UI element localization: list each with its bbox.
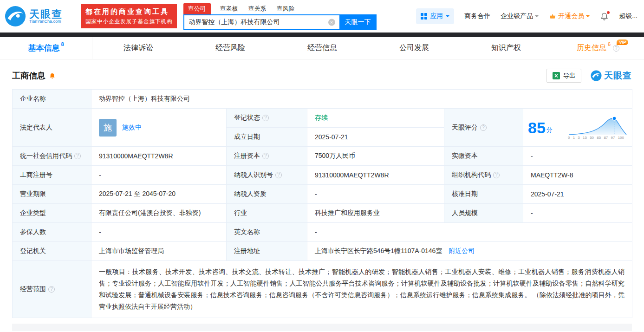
apps-label: 应用 <box>430 12 443 20</box>
legal-rep-link[interactable]: 施效中 <box>122 124 142 132</box>
vip-badge-icon: VIP <box>617 39 628 45</box>
watermark-brand: 天眼查 <box>604 70 632 82</box>
notification-bell-icon[interactable] <box>600 12 609 21</box>
brand-domain: TianYanCha.com <box>29 20 63 24</box>
field-label: 天眼评分 <box>444 109 523 147</box>
company-header-strip <box>0 33 644 37</box>
help-icon[interactable] <box>480 124 487 131</box>
monitor-bell-icon[interactable] <box>49 72 56 79</box>
help-icon[interactable] <box>262 115 269 121</box>
page-bottom-strip <box>12 324 632 331</box>
field-label: 登记机关 <box>13 242 91 261</box>
tianyan-score-cell: 85 分 <box>523 109 632 147</box>
tab-operating-risk[interactable]: 经营风险 <box>184 37 276 59</box>
field-label: 统一社会信用代码 <box>13 147 91 166</box>
table-row: 工商注册号 - 纳税人识别号 91310000MAEQTT2W8R 组织机构代码… <box>13 166 632 185</box>
field-label: 注册地址 <box>227 242 307 261</box>
business-info-table: 企业名称 动界智控（上海）科技有限公司 法定代表人 施 施效中 登记状态 存续 … <box>12 89 632 318</box>
legal-rep-cell: 施 施效中 <box>91 109 227 147</box>
tianyancha-logo[interactable]: 天眼查 TianYanCha.com <box>5 6 63 27</box>
tab-history-info[interactable]: VIP 历史信息 6 <box>552 37 644 59</box>
tab-legal-proceedings[interactable]: 法律诉讼 <box>92 37 184 59</box>
establish-date-value: 2025-07-21 <box>307 128 444 147</box>
chevron-down-icon <box>586 15 590 19</box>
brand-name: 天眼查 <box>29 9 63 20</box>
nearby-companies-link[interactable]: 附近公司 <box>449 247 475 254</box>
score-curve-chart: 0 1 3 15 50 85 87 97 100 <box>568 115 627 140</box>
field-label-text: 注册资本 <box>234 152 260 160</box>
legal-rep-avatar[interactable]: 施 <box>99 119 117 137</box>
field-label: 注册资本 <box>227 147 307 166</box>
search-button[interactable]: 天眼一下 <box>339 14 377 30</box>
nav-enterprise-products[interactable]: 企业级产品 <box>501 12 539 20</box>
enterprise-label: 企业级产品 <box>501 12 533 20</box>
banner-line2: 国家中小企业发展子基金旗下机构 <box>85 18 173 25</box>
reg-number-value: - <box>91 166 227 185</box>
apps-menu-button[interactable]: 应用 <box>416 8 454 24</box>
search-tab-boss[interactable]: 查老板 <box>219 3 239 14</box>
field-label: 实缴资本 <box>444 147 523 166</box>
table-row: 登记机关 上海市市场监督管理局 注册地址 上海市长宁区长宁路546号1幢1107… <box>13 242 632 261</box>
english-name-value: - <box>307 223 632 242</box>
field-label: 营业期限 <box>13 185 91 204</box>
help-icon[interactable] <box>493 172 500 178</box>
help-icon[interactable] <box>74 153 81 159</box>
reg-capital-value: 7500万人民币 <box>307 147 444 166</box>
tab-company-development[interactable]: 公司发展 <box>368 37 460 59</box>
reg-status-value: 存续 <box>307 109 444 128</box>
address-value: 上海市长宁区长宁路546号1幢1107A-0146室 <box>315 247 442 254</box>
chevron-down-icon <box>446 15 449 19</box>
field-label: 纳税人识别号 <box>227 166 307 185</box>
table-row: 统一社会信用代码 91310000MAEQTT2W8R 注册资本 7500万人民… <box>13 147 632 166</box>
nav-super-member[interactable]: 超级... <box>619 12 637 20</box>
field-label: 企业类型 <box>13 204 91 223</box>
section-title: 工商信息 <box>12 70 46 81</box>
top-header: 天眼查 TianYanCha.com 都在用的商业查询工具 国家中小企业发展子基… <box>0 0 644 33</box>
field-label-text: 经营范围 <box>20 285 46 293</box>
tab-basic-info[interactable]: 基本信息 8 <box>0 37 92 59</box>
table-row: 企业名称 动界智控（上海）科技有限公司 <box>13 90 632 109</box>
search-tab-risk[interactable]: 查风险 <box>276 3 296 14</box>
export-button[interactable]: 导出 <box>546 69 581 83</box>
search-tab-company[interactable]: 查公司 <box>183 3 211 14</box>
field-label: 纳税人资质 <box>227 185 307 204</box>
tianyancha-logo-icon <box>5 6 26 27</box>
taxpayer-id-value: 91310000MAEQTT2W8R <box>307 166 444 185</box>
search-input[interactable] <box>183 14 339 30</box>
field-label: 法定代表人 <box>13 109 91 147</box>
paid-capital-value: - <box>523 147 632 166</box>
tab-label: 法律诉讼 <box>124 43 153 53</box>
help-icon[interactable] <box>262 153 269 159</box>
taxpayer-quality-value: - <box>307 185 444 204</box>
header-nav: 应用 商务合作 企业级产品 开通会员 超级... <box>416 8 637 24</box>
tab-intellectual-property[interactable]: 知识产权 <box>460 37 552 59</box>
field-label-text: 登记状态 <box>234 114 260 122</box>
vip-label: 开通会员 <box>558 12 584 20</box>
credit-code-value: 91310000MAEQTT2W8R <box>91 147 227 166</box>
search-tab-relation[interactable]: 查关系 <box>247 3 267 14</box>
business-term-value: 2025-07-21 至 2045-07-20 <box>91 185 227 204</box>
business-scope-value: 一般项目：技术服务、技术开发、技术咨询、技术交流、技术转让、技术推广；智能机器人… <box>91 261 632 318</box>
address-cell: 上海市长宁区长宁路546号1幢1107A-0146室 附近公司 <box>307 242 632 261</box>
business-label: 商务合作 <box>464 12 490 20</box>
nav-business-cooperation[interactable]: 商务合作 <box>464 12 490 20</box>
help-icon[interactable] <box>48 286 55 293</box>
tianyancha-logo-icon <box>591 70 602 81</box>
tab-label: 基本信息 <box>28 43 59 53</box>
field-label: 组织机构代码 <box>444 166 523 185</box>
tab-count-badge: 8 <box>61 41 64 47</box>
tab-label: 经营风险 <box>215 43 245 53</box>
industry-value: 科技推广和应用服务业 <box>307 204 444 223</box>
field-label: 行业 <box>227 204 307 223</box>
field-label-text: 纳税人识别号 <box>234 171 273 179</box>
nav-open-vip[interactable]: 开通会员 <box>549 12 590 20</box>
field-label: 核准日期 <box>444 185 523 204</box>
help-icon[interactable] <box>275 172 282 178</box>
excel-icon <box>553 72 560 79</box>
clear-search-icon[interactable] <box>328 19 335 26</box>
score-value: 85 <box>528 120 546 136</box>
field-label: 经营范围 <box>13 261 91 318</box>
help-icon[interactable] <box>613 45 619 52</box>
field-label: 企业名称 <box>13 90 91 109</box>
tab-operating-info[interactable]: 经营信息 <box>276 37 368 59</box>
